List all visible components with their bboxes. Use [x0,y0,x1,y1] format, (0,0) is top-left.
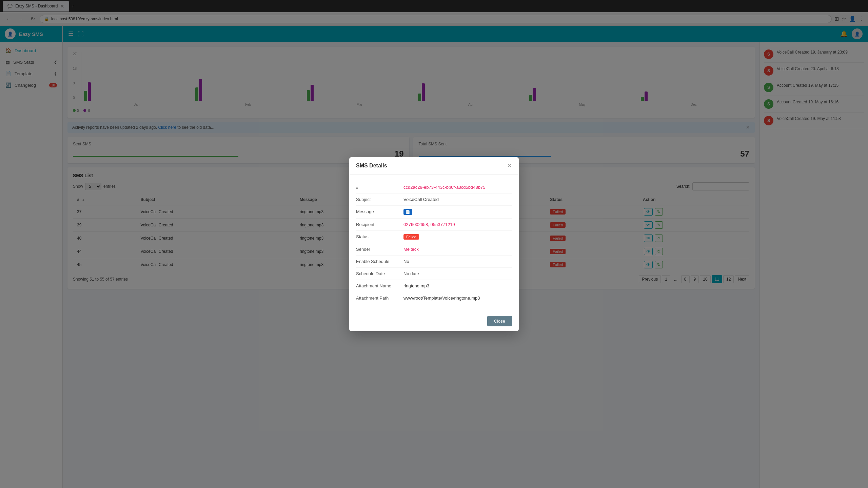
modal-body: # ccd2ac29-eb73-443c-bb0f-a3cd5bd48b75 S… [349,175,519,311]
modal-label: # [356,185,403,190]
modal-field-row: Attachment Name ringtone.mp3 [356,280,512,292]
modal-value-badge: Failed [403,234,419,240]
modal-title: SMS Details [356,163,387,169]
modal-label: Subject [356,197,403,202]
modal-label: Schedule Date [356,271,403,276]
modal-label: Attachment Name [356,283,403,288]
modal-footer: Close [349,311,519,331]
sms-details-modal: SMS Details ✕ # ccd2ac29-eb73-443c-bb0f-… [349,157,519,331]
modal-field-row: Enable Schedule No [356,256,512,268]
modal-field-row: Schedule Date No date [356,268,512,280]
modal-value: No date [403,271,419,276]
modal-value: ringtone.mp3 [403,283,429,288]
modal-value: No [403,259,409,264]
modal-value: www/root/Template/Voice/ringtone.mp3 [403,296,480,301]
modal-field-row: Sender Melteck [356,243,512,256]
modal-label: Status [356,234,403,239]
modal-field-row: Status Failed [356,231,512,243]
modal-value-sender: Melteck [403,247,419,252]
modal-label: Recipient [356,222,403,227]
modal-header: SMS Details ✕ [349,157,519,175]
modal-label: Message [356,209,403,214]
modal-label: Attachment Path [356,296,403,301]
modal-value: 0276002658, 0553771219 [403,222,455,227]
modal-overlay[interactable]: SMS Details ✕ # ccd2ac29-eb73-443c-bb0f-… [0,0,868,488]
modal-close-btn[interactable]: Close [487,316,512,326]
file-icon: 📄 [403,209,412,215]
modal-field-row: Recipient 0276002658, 0553771219 [356,219,512,231]
modal-label: Enable Schedule [356,259,403,264]
modal-field-row: Subject VoiceCall Created [356,194,512,206]
modal-value: ccd2ac29-eb73-443c-bb0f-a3cd5bd48b75 [403,185,485,190]
modal-field-row: Attachment Path www/root/Template/Voice/… [356,292,512,304]
modal-value: VoiceCall Created [403,197,439,202]
modal-field-row: Message 📄 [356,206,512,219]
modal-close-button[interactable]: ✕ [507,163,512,169]
modal-label: Sender [356,247,403,252]
modal-field-row: # ccd2ac29-eb73-443c-bb0f-a3cd5bd48b75 [356,181,512,194]
